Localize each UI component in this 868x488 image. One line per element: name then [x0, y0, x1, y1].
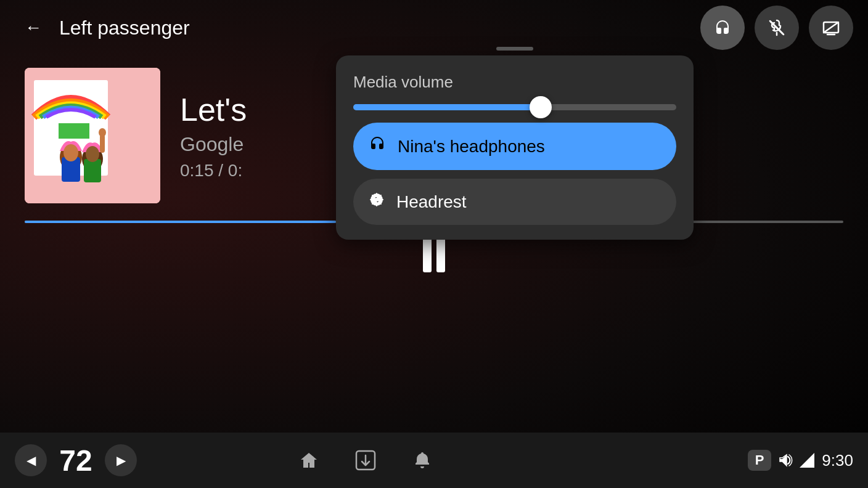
volume-icon	[779, 452, 795, 468]
status-bar: P 9:30	[748, 450, 853, 471]
output-headrest[interactable]: Headrest	[353, 179, 676, 225]
svg-marker-18	[780, 455, 787, 466]
signal-icon	[800, 453, 814, 468]
mic-off-icon	[767, 18, 787, 38]
volume-slider-fill	[353, 104, 541, 110]
temperature-controls: ◀ 72 ▶	[15, 444, 137, 478]
status-time: 9:30	[822, 451, 853, 470]
pause-bar-right	[436, 238, 445, 272]
page-title: Left passenger	[59, 17, 190, 39]
notifications-icon	[412, 450, 432, 470]
svg-point-15	[375, 198, 379, 201]
svg-point-14	[99, 128, 106, 137]
svg-line-2	[824, 22, 838, 33]
headrest-output-icon	[368, 191, 385, 213]
volume-slider-container[interactable]	[353, 104, 676, 110]
temp-decrease-button[interactable]: ◀	[15, 444, 47, 476]
song-info: Let's Google 0:15 / 0:	[180, 91, 247, 181]
output-ninas-headphones[interactable]: Nina's headphones	[353, 123, 676, 170]
svg-marker-19	[800, 453, 814, 468]
notifications-button[interactable]	[404, 442, 441, 479]
song-time: 0:15 / 0:	[180, 161, 247, 181]
back-icon: ←	[25, 18, 42, 38]
cast-off-button[interactable]	[809, 6, 853, 50]
volume-panel-title: Media volume	[353, 73, 676, 92]
temp-decrease-icon: ◀	[27, 453, 36, 468]
song-title: Let's	[180, 91, 247, 128]
headphones-button[interactable]	[700, 6, 745, 50]
album-art	[25, 68, 160, 203]
volume-panel: Media volume Nina's headphones Headrest	[336, 55, 694, 240]
panel-pill	[496, 47, 533, 51]
collapse-icon	[354, 449, 377, 471]
ninas-headphones-label: Nina's headphones	[398, 137, 545, 157]
svg-rect-11	[84, 159, 101, 182]
temperature-value: 72	[54, 444, 97, 478]
header: ← Left passenger	[0, 0, 868, 55]
temp-increase-button[interactable]: ▶	[105, 444, 137, 476]
svg-rect-13	[100, 134, 105, 153]
volume-slider-thumb[interactable]	[530, 96, 552, 118]
bottom-nav: ◀ 72 ▶ P	[0, 433, 868, 488]
progress-fill	[25, 221, 336, 223]
home-button[interactable]	[290, 442, 327, 479]
pause-button[interactable]	[423, 238, 445, 272]
song-artist: Google	[180, 133, 247, 156]
collapse-button[interactable]	[347, 442, 384, 479]
headrest-label: Headrest	[396, 192, 467, 212]
home-icon	[299, 450, 319, 470]
headphones-icon	[713, 18, 732, 38]
svg-point-12	[86, 146, 99, 162]
nav-center	[290, 442, 441, 479]
pause-bar-left	[423, 238, 432, 272]
svg-point-9	[63, 144, 78, 161]
back-button[interactable]: ←	[15, 9, 52, 46]
header-icon-group	[700, 6, 853, 50]
cast-off-icon	[821, 18, 841, 38]
headphones-output-icon	[368, 135, 387, 158]
p-badge: P	[748, 450, 772, 471]
temp-increase-icon: ▶	[117, 453, 126, 468]
mic-off-button[interactable]	[755, 6, 799, 50]
album-artwork	[25, 68, 160, 203]
status-icons	[779, 452, 814, 468]
volume-slider-track	[353, 104, 676, 110]
svg-rect-6	[59, 123, 89, 139]
